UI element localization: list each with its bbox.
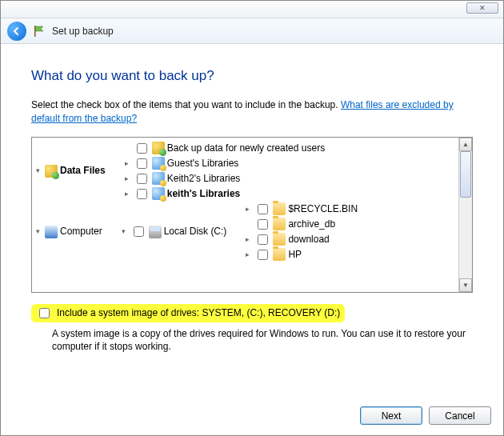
instruction-text: Select the check box of the items that y… <box>31 98 473 126</box>
tree-label: Data Files <box>60 164 106 178</box>
expander-icon[interactable]: ▸ <box>122 157 131 170</box>
tree-label: Guest's Libraries <box>167 157 239 170</box>
titlebar: ✕ <box>1 1 503 18</box>
breadcrumb-title: Set up backup <box>52 26 114 37</box>
tree-viewport: ▾ Data Files ▸ Back up data for newly cr… <box>32 138 458 292</box>
scroll-thumb[interactable] <box>460 151 471 198</box>
backup-items-tree: ▾ Data Files ▸ Back up data for newly cr… <box>31 137 473 293</box>
scroll-track[interactable] <box>459 151 472 278</box>
close-button[interactable]: ✕ <box>466 2 498 14</box>
folder-icon <box>273 218 286 230</box>
tree-label: keith's Libraries <box>167 187 241 201</box>
flag-icon <box>33 25 46 38</box>
arrow-left-icon <box>12 26 22 36</box>
tree-label: HP <box>288 248 302 262</box>
expander-icon[interactable]: ▾ <box>34 164 42 178</box>
tree-label: archive_db <box>288 218 335 231</box>
folder-icon <box>273 233 286 246</box>
expander-icon[interactable]: ▸ <box>243 233 252 246</box>
expander-icon[interactable]: ▸ <box>122 187 131 201</box>
system-image-label: Include a system image of drives: SYSTEM… <box>57 307 340 318</box>
scroll-up-icon[interactable]: ▲ <box>459 138 472 151</box>
tree-node-keith2[interactable]: ▸ Keith2's Libraries <box>122 171 325 186</box>
checkbox-keith[interactable] <box>137 189 147 199</box>
tree-node-local-disk[interactable]: ▾ Local Disk (C:) ▸ $RECYCLE. <box>119 202 358 262</box>
back-button[interactable] <box>7 22 26 41</box>
tree-node-new-users[interactable]: ▸ Back up data for newly created users <box>122 141 325 156</box>
page-heading: What do you want to back up? <box>31 68 473 84</box>
tree-node-guest[interactable]: ▸ Guest's Libraries <box>122 156 325 171</box>
tree-node-hp[interactable]: ▸ HP <box>243 247 358 262</box>
users-icon <box>152 142 165 154</box>
scroll-down-icon[interactable]: ▼ <box>459 278 472 292</box>
system-image-description: A system image is a copy of the drives r… <box>52 327 473 353</box>
person-icon <box>152 172 165 185</box>
checkbox-keith2[interactable] <box>137 174 147 184</box>
tree-label: $RECYCLE.BIN <box>288 202 358 216</box>
instruction-body: Select the check box of the items that y… <box>31 99 341 110</box>
system-image-row[interactable]: Include a system image of drives: SYSTEM… <box>31 304 345 322</box>
tree-node-keith[interactable]: ▸ keith's Libraries <box>122 186 325 202</box>
checkbox-local-disk[interactable] <box>134 226 144 237</box>
tree-node-archive[interactable]: ▸ archive_db <box>243 217 358 232</box>
expander-icon[interactable]: ▸ <box>243 202 252 216</box>
checkbox-guest[interactable] <box>137 158 147 169</box>
checkbox-recycle[interactable] <box>258 204 268 214</box>
person-icon <box>152 187 165 200</box>
tree-node-download[interactable]: ▸ download <box>243 232 358 247</box>
checkbox-archive[interactable] <box>258 219 268 230</box>
tree-node-computer[interactable]: ▾ Computer ▾ Local Disk (C:) <box>34 202 457 262</box>
expander-icon[interactable]: ▾ <box>119 225 128 238</box>
folder-icon <box>273 202 286 215</box>
tree-label: Computer <box>60 225 102 238</box>
checkbox-system-image[interactable] <box>39 308 50 318</box>
content-area: What do you want to back up? Select the … <box>1 44 503 353</box>
users-icon <box>45 165 58 178</box>
tree-node-recycle[interactable]: ▸ $RECYCLE.BIN <box>243 202 358 217</box>
drive-icon <box>149 226 162 238</box>
person-icon <box>152 157 165 170</box>
tree-label: download <box>288 233 329 246</box>
tree-node-data-files[interactable]: ▾ Data Files ▸ Back up data for newly cr… <box>34 141 457 202</box>
next-button[interactable]: Next <box>360 406 422 425</box>
tree-label: Back up data for newly created users <box>167 142 325 155</box>
checkbox-new-users[interactable] <box>137 143 147 154</box>
expander-icon[interactable]: ▾ <box>34 225 42 238</box>
tree-label: Local Disk (C:) <box>164 225 227 238</box>
expander-icon[interactable]: ▸ <box>122 172 131 186</box>
vertical-scrollbar[interactable]: ▲ ▼ <box>458 138 472 292</box>
folder-icon <box>273 248 286 261</box>
computer-icon <box>45 226 58 238</box>
button-row: Next Cancel <box>360 406 491 425</box>
tree-label: Keith2's Libraries <box>167 172 241 186</box>
expander-icon[interactable]: ▸ <box>243 248 252 262</box>
breadcrumb: Set up backup <box>1 18 503 44</box>
checkbox-hp[interactable] <box>258 250 268 260</box>
cancel-button[interactable]: Cancel <box>429 406 491 425</box>
close-icon: ✕ <box>479 4 486 12</box>
checkbox-download[interactable] <box>258 234 268 245</box>
